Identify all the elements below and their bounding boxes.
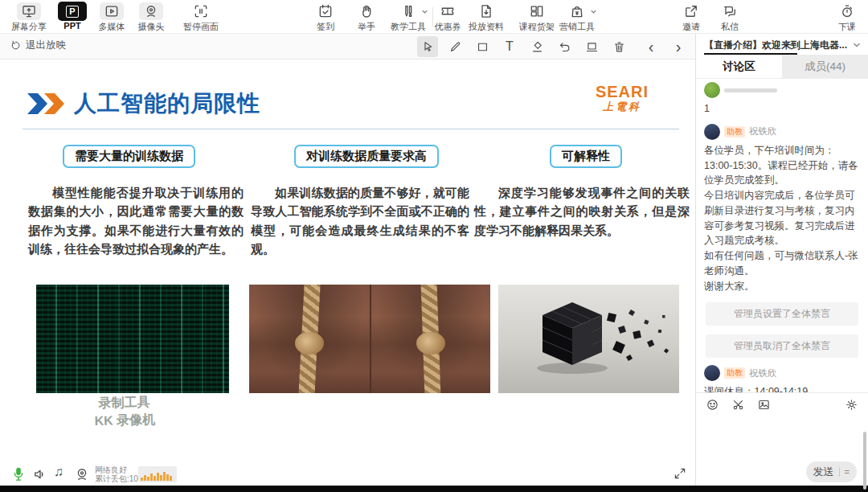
private-message-icon (718, 2, 742, 20)
pause-screen-icon (189, 2, 213, 20)
teaching-tools-icon (396, 2, 420, 20)
network-status: 网络良好 累计丢包:10 (95, 465, 138, 483)
room-header[interactable]: 【直播介绍】欢迎来到上海电器... (696, 34, 868, 55)
top-toolbar: 屏幕分享 P PPT 多媒体 摄像头 暂停画面 (0, 0, 868, 34)
toolbar-item-marketing-tools[interactable]: 营销工具 (550, 2, 604, 33)
toolbar-item-label: 举手 (358, 21, 375, 33)
chat-input-toolbar (696, 393, 868, 415)
bottom-black-strip (0, 486, 868, 492)
toolbar-item-label: 下课 (838, 21, 856, 33)
toolbar-item-label: 邀请 (682, 21, 700, 33)
trash-button[interactable] (608, 36, 629, 57)
send-button[interactable]: 发送 = (806, 461, 857, 482)
toolbar-item-screen-share[interactable]: 屏幕分享 (6, 2, 51, 33)
text-tool-button[interactable]: T (499, 36, 520, 57)
toolbar-item-multimedia[interactable]: 多媒体 (89, 2, 134, 33)
avatar[interactable] (704, 365, 720, 381)
sidebar-scrollbar[interactable] (863, 432, 866, 490)
chevron-down-icon[interactable] (852, 40, 862, 50)
column-text-1: 模型性能能否提升取决于训练用的数据集的大小，因此通常需要大量的数据作为支撑。如果… (28, 183, 244, 258)
room-title: 【直播介绍】欢迎来到上海电器... (704, 39, 852, 52)
chat-settings-icon[interactable] (845, 398, 858, 412)
fullscreen-icon[interactable] (673, 466, 687, 481)
marketing-tools-icon (565, 2, 589, 20)
logo-subtext: 上電科 (596, 100, 649, 114)
avatar[interactable] (704, 82, 720, 98)
multimedia-icon (100, 2, 124, 20)
column-text-3: 深度学习能够发现事件之间的关联性，建立事件之间的映射关系，但是深度学习不能解释因… (474, 183, 690, 240)
pen-tool-button[interactable] (444, 36, 465, 57)
watermark-line2: KK 录像机 (56, 409, 194, 430)
music-icon[interactable]: ♫ (54, 465, 63, 479)
microphone-icon[interactable] (10, 466, 27, 482)
end-class-icon (835, 2, 859, 20)
camera-icon (139, 2, 163, 20)
toolbar-item-private-message[interactable]: 私信 (707, 2, 752, 33)
live-class-window: 屏幕分享 P PPT 多媒体 摄像头 暂停画面 (0, 0, 868, 492)
annotation-toolbar: T ‹ › (417, 36, 689, 57)
chat-sidebar: 【直播介绍】欢迎来到上海电器... 讨论区 成员(44) 1 (695, 34, 868, 486)
toolbar-item-materials[interactable]: 投放资料 (461, 2, 512, 33)
keyword-box-2: 对训练数据质量要求高 (294, 145, 439, 168)
chat-input-area[interactable] (696, 415, 868, 457)
eraser-tool-button[interactable] (526, 36, 547, 57)
tab-members[interactable]: 成员(44) (782, 55, 868, 78)
fraying-rope-image (249, 285, 490, 393)
coupon-icon (436, 2, 460, 20)
toolbar-item-label: 优惠券 (435, 21, 461, 33)
message-text: 各位学员，下午培训时间为：13:00-15:30。课程已经开始，请各位学员完成签… (704, 143, 860, 294)
sign-in-icon (313, 2, 338, 20)
system-message: 管理员设置了全体禁言 (706, 302, 858, 326)
avatar[interactable] (704, 124, 720, 140)
network-quality: 网络良好 (95, 465, 127, 474)
message-text: 课间休息：14:09-14:19 (704, 384, 860, 392)
assistant-badge: 助教 (724, 126, 745, 137)
rectangle-tool-button[interactable] (472, 36, 493, 57)
webcam-icon[interactable] (74, 466, 90, 482)
keyword-box-1: 需要大量的训练数据 (63, 145, 195, 168)
status-bar: ♫ 网络良好 累计丢包:10 (0, 463, 695, 486)
toolbar-item-ppt[interactable]: P PPT (50, 2, 95, 31)
toolbar-item-label: 签到 (317, 21, 334, 33)
toolbar-item-label: 教学工具 (391, 21, 426, 33)
message-text: 1 (704, 101, 860, 117)
rope-panel-right (370, 285, 490, 393)
matrix-code-image (36, 285, 229, 393)
sidebar-tabs: 讨论区 成员(44) (696, 55, 868, 79)
toolbar-item-end-class[interactable]: 下课 (828, 2, 866, 33)
select-tool-button[interactable] (417, 36, 438, 57)
exit-presentation-label: 退出放映 (26, 39, 66, 52)
sender-name: 祝铁欣 (749, 367, 777, 379)
screen-share-icon (17, 2, 41, 20)
system-message: 管理员取消了全体禁言 (706, 334, 858, 358)
exit-presentation-icon (10, 39, 22, 51)
title-chevrons-icon (26, 92, 68, 116)
toolbar-item-camera[interactable]: 摄像头 (129, 2, 174, 33)
clear-board-button[interactable] (581, 36, 602, 57)
sender-name: 祝铁欣 (749, 125, 777, 137)
send-label: 发送 (813, 465, 834, 479)
emoji-icon[interactable] (706, 398, 719, 412)
toolbar-item-sign-in[interactable]: 签到 (303, 2, 348, 33)
image-icon[interactable] (757, 398, 771, 412)
exit-presentation-button[interactable]: 退出放映 (10, 39, 66, 52)
send-options-icon[interactable]: = (845, 467, 850, 477)
room-title-underline (704, 53, 797, 55)
toolbar-item-label: 私信 (721, 21, 739, 33)
toolbar-item-label: PPT (63, 21, 80, 31)
chat-message: 1 (704, 82, 860, 117)
packet-loss: 累计丢包:10 (95, 474, 138, 483)
ppt-icon: P (58, 2, 87, 20)
keyword-box-3: 可解释性 (550, 145, 622, 168)
tab-discussion[interactable]: 讨论区 (696, 55, 782, 78)
screenshot-icon[interactable] (731, 398, 745, 412)
toolbar-item-pause-screen[interactable]: 暂停画面 (175, 2, 227, 33)
disintegrating-cube-image (498, 285, 679, 393)
prev-page-button[interactable]: ‹ (641, 36, 661, 57)
message-list[interactable]: 1 助教 祝铁欣 各位学员，下午培训时间为：13:00-15:30。课程已经开始… (696, 79, 868, 392)
logo-text: SEARI (596, 84, 649, 100)
presenter-bar: 退出放映 T (0, 34, 695, 59)
undo-button[interactable] (554, 36, 575, 57)
next-page-button[interactable]: › (668, 36, 689, 57)
speaker-icon[interactable] (32, 466, 48, 482)
